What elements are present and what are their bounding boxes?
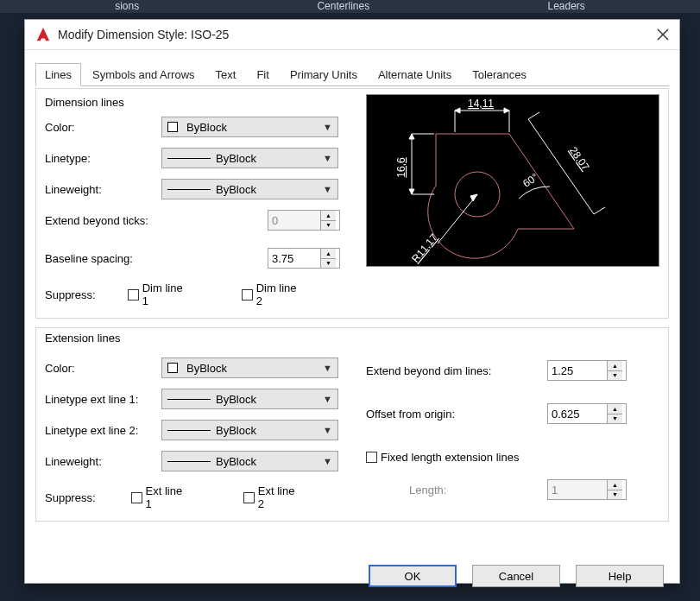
line-sample-icon	[167, 158, 211, 159]
svg-line-8	[528, 112, 539, 119]
ext-lt1-label: Linetype ext line 1:	[45, 393, 161, 406]
help-button[interactable]: Help	[576, 565, 664, 587]
linetype-dropdown[interactable]: ByBlock ▼	[161, 148, 338, 168]
group-title: Extension lines	[45, 332, 659, 345]
svg-line-9	[594, 207, 605, 214]
ext-lt2-label: Linetype ext line 2:	[45, 424, 161, 437]
spin-down-icon[interactable]: ▼	[608, 414, 622, 424]
ext-beyond-spinner[interactable]: ▲▼	[547, 360, 627, 381]
svg-text:28,07: 28,07	[567, 144, 592, 173]
dimension-preview: 14,11 16,6 28,07 60° R11,17	[366, 94, 659, 267]
offset-spinner[interactable]: ▲▼	[547, 403, 627, 424]
dialog-buttons: OK Cancel Help	[25, 565, 664, 587]
ext-lw-label: Lineweight:	[45, 455, 161, 468]
ext-beyond-input[interactable]	[548, 361, 607, 380]
linetype-label: Linetype:	[45, 152, 161, 165]
chevron-down-icon: ▼	[323, 153, 332, 163]
line-sample-icon	[167, 399, 211, 400]
baseline-input[interactable]	[268, 249, 320, 268]
dimension-lines-group: Dimension lines Color: ByBlock ▼ Linetyp…	[35, 88, 669, 319]
autocad-icon	[35, 27, 51, 42]
color-swatch-icon	[167, 122, 178, 132]
extension-lines-group: Extension lines Color: ByBlock ▼ Linetyp…	[35, 327, 669, 522]
baseline-spinner[interactable]: ▲▼	[268, 248, 340, 269]
extend-ticks-spinner[interactable]: ▲▼	[268, 210, 340, 231]
offset-label: Offset from origin:	[366, 408, 547, 421]
ribbon-label: Centerlines	[317, 0, 369, 13]
svg-text:60°: 60°	[520, 171, 540, 190]
svg-text:16,6: 16,6	[395, 157, 407, 178]
suppress-dimline1-checkbox[interactable]: Dim line 1	[128, 282, 190, 307]
chevron-down-icon: ▼	[323, 394, 332, 404]
cancel-button[interactable]: Cancel	[472, 565, 560, 587]
tab-primary-units[interactable]: Primary Units	[281, 63, 367, 86]
extend-ticks-label: Extend beyond ticks:	[45, 214, 268, 227]
ext-color-label: Color:	[45, 362, 161, 375]
spin-up-icon[interactable]: ▲	[608, 361, 622, 371]
suppress-label: Suppress:	[45, 288, 128, 301]
tab-alternate-units[interactable]: Alternate Units	[369, 63, 461, 86]
spin-down-icon[interactable]: ▼	[608, 490, 622, 500]
ext-beyond-label: Extend beyond dim lines:	[366, 364, 547, 377]
chevron-down-icon: ▼	[323, 363, 332, 373]
length-input[interactable]	[548, 480, 607, 499]
chevron-down-icon: ▼	[323, 122, 332, 132]
spin-up-icon[interactable]: ▲	[608, 480, 622, 490]
svg-line-10	[438, 194, 477, 244]
extend-ticks-input[interactable]	[268, 211, 320, 230]
dialog-titlebar: Modify Dimension Style: ISO-25	[25, 20, 679, 50]
tab-strip: Lines Symbols and Arrows Text Fit Primar…	[35, 62, 669, 86]
fixed-length-checkbox[interactable]: Fixed length extension lines	[366, 451, 519, 464]
ribbon-label: sions	[115, 0, 139, 13]
spin-down-icon[interactable]: ▼	[321, 259, 336, 269]
ext-suppress-label: Suppress:	[45, 491, 131, 504]
ribbon-background: sions Centerlines Leaders	[0, 0, 700, 13]
ext-lw-dropdown[interactable]: ByBlock ▼	[161, 451, 338, 471]
group-title: Dimension lines	[45, 96, 356, 109]
spin-up-icon[interactable]: ▲	[321, 211, 336, 221]
suppress-dimline2-checkbox[interactable]: Dim line 2	[242, 282, 304, 307]
baseline-label: Baseline spacing:	[45, 252, 268, 265]
chevron-down-icon: ▼	[323, 425, 332, 435]
ext-lt2-dropdown[interactable]: ByBlock ▼	[161, 420, 338, 440]
ext-lt1-dropdown[interactable]: ByBlock ▼	[161, 389, 338, 409]
length-spinner[interactable]: ▲▼	[547, 479, 627, 500]
lineweight-label: Lineweight:	[45, 183, 161, 196]
spin-up-icon[interactable]: ▲	[608, 404, 622, 414]
close-icon[interactable]	[657, 28, 669, 41]
color-dropdown[interactable]: ByBlock ▼	[161, 117, 338, 137]
offset-input[interactable]	[548, 404, 607, 423]
lineweight-dropdown[interactable]: ByBlock ▼	[161, 179, 338, 199]
spin-down-icon[interactable]: ▼	[321, 221, 336, 231]
line-sample-icon	[167, 189, 211, 190]
suppress-extline2-checkbox[interactable]: Ext line 2	[243, 484, 304, 510]
tab-lines[interactable]: Lines	[35, 63, 81, 86]
spin-down-icon[interactable]: ▼	[608, 371, 622, 381]
length-label: Length:	[366, 484, 547, 497]
suppress-extline1-checkbox[interactable]: Ext line 1	[131, 484, 192, 510]
chevron-down-icon: ▼	[323, 456, 332, 466]
spin-up-icon[interactable]: ▲	[321, 249, 336, 259]
color-swatch-icon	[167, 363, 178, 373]
tab-tolerances[interactable]: Tolerances	[463, 63, 536, 86]
ribbon-label: Leaders	[547, 0, 584, 13]
ok-button[interactable]: OK	[369, 565, 457, 587]
tab-symbols-arrows[interactable]: Symbols and Arrows	[83, 63, 205, 86]
chevron-down-icon: ▼	[323, 184, 332, 194]
dialog-title: Modify Dimension Style: ISO-25	[58, 28, 657, 41]
line-sample-icon	[167, 430, 211, 431]
tab-fit[interactable]: Fit	[247, 63, 278, 86]
line-sample-icon	[167, 461, 211, 462]
ext-color-dropdown[interactable]: ByBlock ▼	[161, 357, 338, 378]
svg-text:14,11: 14,11	[468, 98, 494, 110]
svg-text:R11,17: R11,17	[409, 231, 440, 265]
tab-text[interactable]: Text	[206, 63, 246, 86]
dimension-style-dialog: Modify Dimension Style: ISO-25 Lines Sym…	[24, 19, 680, 584]
color-label: Color:	[45, 121, 161, 134]
